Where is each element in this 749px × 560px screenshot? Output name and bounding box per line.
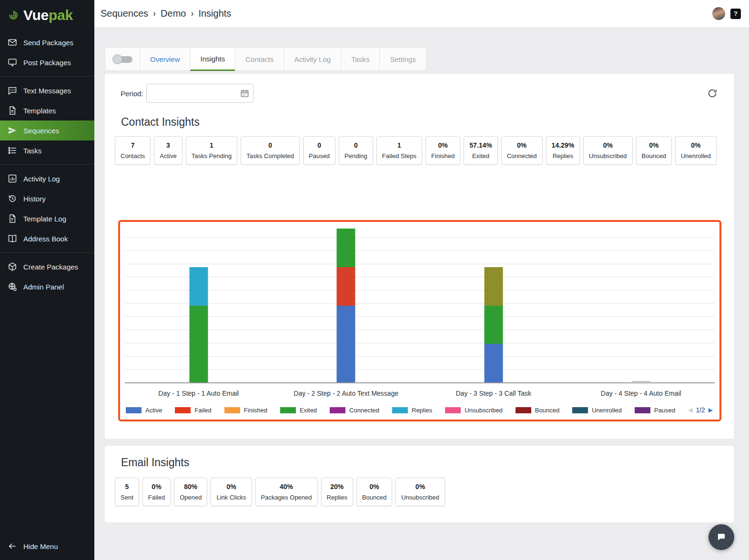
view-toggle[interactable] (105, 47, 140, 71)
stat-label: Unsubscribed (401, 494, 439, 501)
sidebar-nav: Send Packages Post Packages Text Message… (0, 30, 94, 532)
tab[interactable]: Overview (140, 47, 191, 71)
calendar-icon[interactable] (240, 89, 249, 98)
stat-card: 0% Bounced (636, 136, 672, 165)
sidebar-item[interactable]: Template Log (0, 209, 94, 229)
legend-label: Connected (349, 407, 379, 414)
sidebar-item[interactable]: Address Book (0, 229, 94, 249)
stat-label: Unsubscribed (589, 152, 627, 160)
stat-value: 0 (309, 141, 330, 149)
tab[interactable]: Tasks (341, 47, 380, 71)
sidebar-item-label: Sequences (23, 127, 59, 135)
stat-label: Paused (309, 152, 330, 160)
legend-item[interactable]: Paused (635, 407, 675, 414)
legend-label: Paused (654, 407, 675, 414)
breadcrumb: Sequences › Demo › Insights (101, 8, 231, 19)
tab[interactable]: Contacts (235, 47, 284, 71)
sidebar-item[interactable]: Text Messages (0, 80, 94, 100)
chart-category-label: Day - 4 Step - 4 Auto Email (567, 390, 715, 397)
tab[interactable]: Insights (190, 47, 236, 71)
stat-value: 1 (382, 141, 416, 149)
breadcrumb-demo[interactable]: Demo (161, 8, 186, 19)
email-insights-title: Email Insights (121, 456, 724, 469)
sidebar-item[interactable]: Activity Log (0, 169, 94, 189)
chart-plot (125, 225, 715, 383)
email-insights-panel: Email Insights 5 Sent 0% Failed (105, 446, 734, 522)
legend-item[interactable]: Active (126, 407, 162, 414)
list-icon (8, 146, 17, 155)
sidebar-item[interactable]: Create Packages (0, 257, 94, 277)
sidebar-item-label: Template Log (23, 215, 66, 223)
sidebar-item-label: Send Packages (23, 39, 73, 47)
chat-widget-button[interactable] (709, 524, 734, 550)
stat-label: Packages Opened (261, 494, 312, 501)
legend-item[interactable]: Replies (392, 407, 432, 414)
legend-item[interactable]: Bounced (516, 407, 559, 414)
legend-label: Failed (194, 407, 211, 414)
legend-page-indicator: 1/2 (696, 406, 705, 414)
stat-card: 0% Failed (142, 478, 171, 506)
tab[interactable]: Settings (379, 47, 426, 71)
tab-bar: Overview Insights Contacts Activity Log … (105, 47, 734, 71)
stat-label: Pending (344, 152, 367, 160)
vuepak-logo[interactable]: Vuepak (0, 0, 94, 30)
stat-card: 0 Paused (303, 136, 335, 165)
sidebar-item[interactable]: Send Packages (0, 32, 94, 52)
sidebar-item-label: Create Packages (23, 263, 78, 271)
logo-text: Vuepak (23, 8, 73, 22)
chat-icon (8, 86, 17, 95)
stat-label: Tasks Pending (192, 152, 232, 160)
chat-bubble-icon (715, 530, 728, 544)
send-icon (8, 126, 17, 135)
vuepak-logo-icon (6, 8, 20, 22)
breadcrumb-sequences[interactable]: Sequences (101, 8, 148, 19)
main-area: Sequences › Demo › Insights ? Overview (94, 0, 749, 560)
bar-segment-unlabeled (484, 267, 503, 306)
user-avatar[interactable] (712, 7, 725, 20)
sidebar-item-label: Text Messages (23, 87, 71, 95)
period-input[interactable] (146, 84, 253, 103)
legend-item[interactable]: Exited (280, 407, 317, 414)
stat-value: 14.29% (552, 141, 574, 149)
sidebar-item-label: Tasks (23, 147, 41, 155)
legend-item[interactable]: Finished (224, 407, 267, 414)
chart-category-label: Day - 1 Step - 1 Auto Email (125, 390, 273, 397)
chart-category-labels: Day - 1 Step - 1 Auto Email Day - 2 Step… (125, 390, 715, 397)
stat-label: Link Clicks (216, 494, 246, 501)
bar-segment-active (484, 344, 503, 382)
sidebar-item[interactable]: Sequences (0, 120, 94, 140)
sidebar-item[interactable]: History (0, 189, 94, 209)
legend-label: Bounced (535, 407, 559, 414)
breadcrumb-insights: Insights (198, 8, 231, 19)
sidebar-item-label: Activity Log (23, 175, 60, 183)
sidebar-item[interactable]: Tasks (0, 140, 94, 160)
bar-column-4 (632, 381, 650, 382)
refresh-button[interactable] (707, 88, 718, 99)
legend-prev-icon[interactable]: ◀ (688, 407, 692, 413)
bar-segment-active (337, 306, 355, 382)
bar-segment-exited (189, 306, 208, 382)
hide-menu-button[interactable]: Hide Menu (0, 532, 94, 560)
legend-item[interactable]: Unsubscribed (445, 407, 503, 414)
legend-item[interactable]: Connected (330, 407, 379, 414)
sidebar-item[interactable]: Admin Panel (0, 277, 94, 297)
sidebar-item[interactable]: Templates (0, 100, 94, 120)
legend-label: Replies (412, 407, 432, 414)
tab[interactable]: Activity Log (283, 47, 341, 71)
legend-swatch (280, 407, 296, 413)
envelope-icon (8, 38, 17, 47)
help-button[interactable]: ? (730, 9, 741, 19)
bar-segment-exited (337, 229, 355, 267)
chart-category-label: Day - 3 Step - 3 Call Task (420, 390, 567, 397)
legend-item[interactable]: Failed (175, 407, 211, 414)
top-header: Sequences › Demo › Insights ? (94, 0, 749, 27)
sidebar-item[interactable]: Post Packages (0, 52, 94, 72)
legend-item[interactable]: Unenrolled (572, 407, 622, 414)
content-area: Overview Insights Contacts Activity Log … (94, 27, 749, 560)
stat-value: 7 (121, 141, 145, 149)
sidebar: Vuepak Send Packages Post Packages Text … (0, 0, 94, 560)
stat-card: 80% Opened (174, 478, 207, 506)
legend-next-icon[interactable]: ▶ (709, 407, 713, 413)
legend-label: Unsubscribed (465, 407, 503, 414)
stat-label: Failed Steps (382, 152, 416, 160)
